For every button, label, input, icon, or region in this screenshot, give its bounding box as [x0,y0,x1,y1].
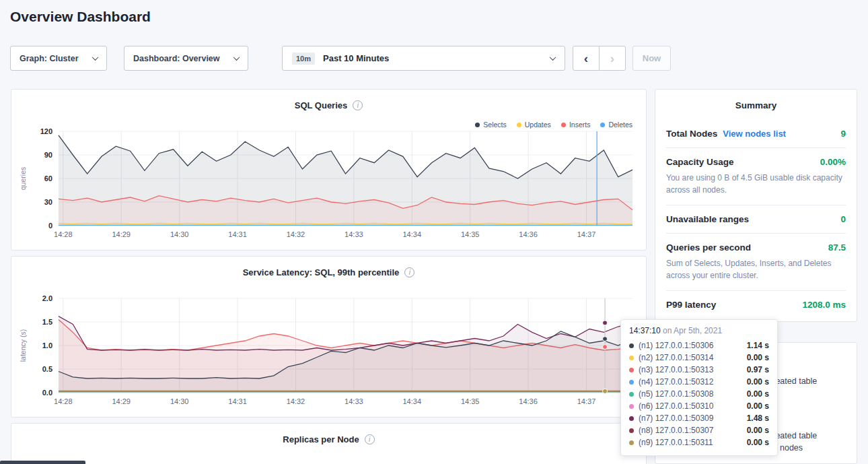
dashboard-dropdown-value: Overview [182,54,220,63]
time-range-picker[interactable]: 10m Past 10 Minutes [282,46,565,71]
info-icon[interactable]: i [404,267,414,277]
view-nodes-list-link[interactable]: View nodes list [723,129,786,139]
summary-p99-latency: P99 latency 1208.0 ms [666,291,846,321]
chevron-down-icon [550,54,556,61]
svg-text:14:34: 14:34 [403,397,422,405]
svg-text:30: 30 [44,198,52,206]
node-address: (n2) 127.0.0.1:50314 [639,353,713,362]
svg-text:90: 90 [44,151,52,159]
chevron-down-icon [92,54,99,61]
node-latency-value: 0.00 s [747,377,769,387]
dashboard-dropdown-label: Dashboard: [133,54,180,63]
svg-text:0.5: 0.5 [42,365,52,373]
svg-text:14:28: 14:28 [54,397,73,405]
sql-queries-plot[interactable]: 030609012014:2814:2914:3014:3114:3214:33… [15,125,645,242]
partial-tooltip-fragment [0,461,85,464]
svg-text:14:32: 14:32 [287,397,305,405]
tooltip-time: 14:37:10 [629,326,661,335]
time-range-label: Past 10 Minutes [323,53,389,63]
p99-latency-value: 1208.0 ms [802,300,846,310]
svg-text:14:35: 14:35 [461,397,480,405]
summary-unavailable-ranges: Unavailable ranges 0 [666,205,846,234]
info-icon[interactable]: i [365,434,375,444]
node-latency-value: 1.48 s [747,413,769,423]
tooltip-row: (n7) 127.0.0.1:503091.48 s [629,412,769,424]
service-latency-chart-card: Service Latency: SQL, 99th percentile i … [11,256,647,418]
node-address: (n4) 127.0.0.1:50312 [639,377,713,387]
time-range-badge: 10m [292,53,315,65]
node-color-dot [629,343,634,348]
page-title: Overview Dashboard [10,9,151,25]
svg-text:1.0: 1.0 [42,341,52,350]
node-color-dot [629,368,634,372]
svg-text:14:36: 14:36 [519,397,538,405]
time-prev-button[interactable]: ‹ [573,46,600,71]
svg-text:14:31: 14:31 [228,397,247,405]
now-button[interactable]: Now [632,46,671,71]
svg-text:queries: queries [19,167,27,190]
node-color-dot [629,428,634,433]
summary-title: Summary [666,90,846,120]
replicas-per-node-chart-title: Replicas per Node [283,434,359,444]
svg-text:120: 120 [40,127,52,135]
capacity-usage-label: Capacity Usage [666,157,734,167]
chevron-down-icon [233,54,240,61]
dashboard-controls: Graph: Cluster Dashboard: Overview 10m P… [10,46,671,71]
tooltip-row: (n1) 127.0.0.1:503061.14 s [629,339,769,352]
sql-queries-chart-title: SQL Queries [295,100,348,110]
node-latency-value: 0.00 s [747,401,769,411]
svg-text:2.0: 2.0 [42,294,52,302]
svg-text:1.5: 1.5 [42,318,52,326]
time-next-button[interactable]: › [599,46,626,71]
total-nodes-value: 9 [840,129,846,139]
svg-text:14:33: 14:33 [345,397,363,405]
svg-text:14:36: 14:36 [519,230,538,238]
svg-text:14:29: 14:29 [112,230,131,238]
tooltip-row: (n3) 127.0.0.1:503130.97 s [629,364,769,376]
tooltip-timestamp: 14:37:10 on Apr 5th, 2021 [629,326,769,335]
tooltip-row: (n9) 127.0.0.1:503110.00 s [629,436,769,449]
graph-dropdown[interactable]: Graph: Cluster [10,46,107,71]
tooltip-row: (n4) 127.0.0.1:503120.00 s [629,376,769,388]
dashboard-dropdown[interactable]: Dashboard: Overview [124,46,248,71]
svg-text:14:33: 14:33 [345,230,363,238]
node-address: (n1) 127.0.0.1:50306 [639,341,713,350]
node-color-dot [629,416,634,421]
node-color-dot [629,380,634,385]
replicas-per-node-chart-card: Replicas per Node i [11,423,647,464]
svg-text:latency (s): latency (s) [19,329,27,362]
node-address: (n8) 127.0.0.1:50307 [639,426,713,435]
tooltip-date: on Apr 5th, 2021 [661,326,722,335]
svg-text:14:30: 14:30 [170,397,189,405]
chart-hover-tooltip: 14:37:10 on Apr 5th, 2021 (n1) 127.0.0.1… [620,319,778,456]
tooltip-row: (n5) 127.0.0.1:503080.00 s [629,388,769,400]
p99-latency-label: P99 latency [666,300,716,310]
svg-text:14:34: 14:34 [403,230,422,238]
unavailable-ranges-value: 0 [840,214,846,224]
svg-text:14:31: 14:31 [228,230,247,238]
tooltip-row: (n2) 127.0.0.1:503140.00 s [629,352,769,364]
node-latency-value: 0.00 s [747,353,769,362]
svg-text:0: 0 [48,222,52,230]
tooltip-row: (n6) 127.0.0.1:503100.00 s [629,400,769,412]
event-item[interactable]: nodes [780,443,803,453]
svg-text:14:28: 14:28 [54,230,73,238]
tooltip-row: (n8) 127.0.0.1:503070.00 s [629,424,769,436]
svg-text:14:30: 14:30 [170,230,189,238]
node-address: (n3) 127.0.0.1:50313 [639,365,713,374]
summary-panel: Summary Total Nodes View nodes list 9 Ca… [655,89,857,322]
service-latency-chart-title: Service Latency: SQL, 99th percentile [243,267,400,277]
summary-capacity-usage: Capacity Usage 0.00% You are using 0 B o… [666,148,846,205]
node-color-dot [629,440,634,445]
node-address: (n5) 127.0.0.1:50308 [639,389,713,399]
info-icon[interactable]: i [353,100,363,110]
node-color-dot [629,356,634,360]
unavailable-ranges-label: Unavailable ranges [666,214,749,224]
summary-total-nodes: Total Nodes View nodes list 9 [666,120,846,148]
node-color-dot [629,404,634,409]
service-latency-plot[interactable]: 0.00.51.01.52.014:2814:2914:3014:3114:32… [15,292,645,409]
graph-dropdown-label: Graph: [20,54,47,63]
node-address: (n7) 127.0.0.1:50309 [639,413,713,423]
node-latency-value: 0.00 s [747,438,769,447]
svg-text:14:29: 14:29 [112,397,131,405]
